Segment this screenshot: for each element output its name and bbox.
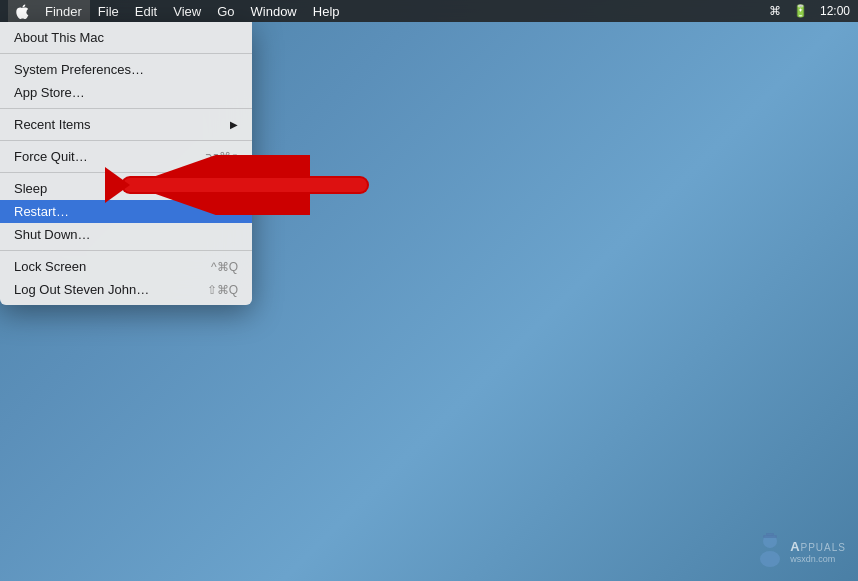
apple-dropdown-menu: About This Mac System Preferences… App S… <box>0 22 252 305</box>
menubar-view[interactable]: View <box>165 0 209 22</box>
menu-separator-1 <box>0 53 252 54</box>
menubar-file[interactable]: File <box>90 0 127 22</box>
menu-item-appstore[interactable]: App Store… <box>0 81 252 104</box>
logout-shortcut: ⇧⌘Q <box>207 283 238 297</box>
watermark: APPUALS wsxdn.com <box>754 533 846 569</box>
menu-item-sysprefs[interactable]: System Preferences… <box>0 58 252 81</box>
menu-item-force-quit[interactable]: Force Quit… ⌥⌘⎋ <box>0 145 252 168</box>
menu-separator-4 <box>0 172 252 173</box>
lock-screen-shortcut: ^⌘Q <box>211 260 238 274</box>
menubar-finder[interactable]: Finder <box>37 0 90 22</box>
svg-point-3 <box>760 551 780 567</box>
menu-item-shutdown[interactable]: Shut Down… <box>0 223 252 246</box>
appuals-icon <box>754 533 786 569</box>
menu-separator-2 <box>0 108 252 109</box>
menubar-edit[interactable]: Edit <box>127 0 165 22</box>
menu-item-about[interactable]: About This Mac <box>0 26 252 49</box>
menu-item-sleep[interactable]: Sleep <box>0 177 252 200</box>
apple-menu-button[interactable] <box>8 0 37 22</box>
menu-separator-5 <box>0 250 252 251</box>
menu-item-logout[interactable]: Log Out Steven John… ⇧⌘Q <box>0 278 252 301</box>
menubar-right: ⌘ 🔋 12:00 <box>769 4 850 18</box>
menubar-window[interactable]: Window <box>243 0 305 22</box>
menu-item-recent-items[interactable]: Recent Items ▶ <box>0 113 252 136</box>
force-quit-shortcut: ⌥⌘⎋ <box>205 150 238 164</box>
submenu-arrow-icon: ▶ <box>230 119 238 130</box>
menu-item-restart[interactable]: Restart… <box>0 200 252 223</box>
menu-item-lock-screen[interactable]: Lock Screen ^⌘Q <box>0 255 252 278</box>
watermark-brand: APPUALS wsxdn.com <box>790 539 846 564</box>
menu-separator-3 <box>0 140 252 141</box>
menubar: Finder File Edit View Go Window Help ⌘ 🔋… <box>0 0 858 22</box>
svg-rect-5 <box>766 533 774 536</box>
menubar-go[interactable]: Go <box>209 0 242 22</box>
menubar-help[interactable]: Help <box>305 0 348 22</box>
desktop: Finder File Edit View Go Window Help ⌘ 🔋… <box>0 0 858 581</box>
